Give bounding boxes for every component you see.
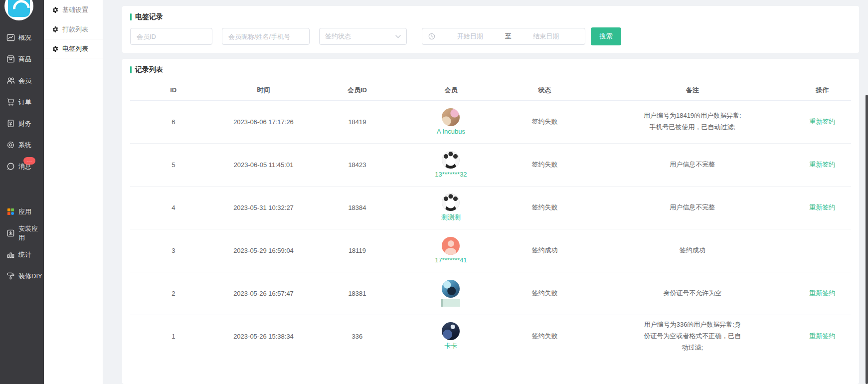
sidebar-item-finance[interactable]: 财务 <box>0 113 44 134</box>
cell-time: 2023-05-26 15:38:34 <box>217 315 311 358</box>
re-sign-link[interactable]: 重新签约 <box>809 161 835 168</box>
col-header-action: 操作 <box>793 80 851 100</box>
cell-status: 签约失败 <box>498 186 591 229</box>
table-row: 42023-05-31 10:32:2718384测测测签约失败用户信息不完整重… <box>130 186 851 229</box>
main-nav: 概况 商品 会员 订单 财务 <box>0 27 44 177</box>
sign-status-select[interactable]: 签约状态 <box>319 28 407 45</box>
sidebar-item-label: 概况 <box>18 33 31 42</box>
cell-id: 4 <box>130 186 217 229</box>
submenu-item-basic-settings[interactable]: 基础设置 <box>44 0 103 19</box>
table-row: 12023-05-26 15:38:34336卡卡签约失败用户编号为336的用户… <box>130 315 851 358</box>
sidebar-item-stats[interactable]: 统计 <box>0 244 44 265</box>
member-name-link[interactable]: 13*******32 <box>435 171 467 178</box>
re-sign-link[interactable]: 重新签约 <box>809 289 835 297</box>
gear-icon <box>52 26 58 32</box>
overview-icon <box>6 33 15 42</box>
col-header-id: ID <box>130 80 217 100</box>
search-card-title-text: 电签记录 <box>135 12 163 21</box>
records-table-body: 62023-06-06 17:17:2618419A Incubus签约失败用户… <box>130 100 851 358</box>
cell-member: 13*******32 <box>404 143 498 186</box>
date-range-separator: 至 <box>505 32 512 41</box>
col-header-member: 会员 <box>404 80 498 100</box>
cell-status: 签约失败 <box>498 315 591 358</box>
cell-member-id: 18119 <box>310 229 404 272</box>
chevron-down-icon <box>395 35 401 38</box>
sidebar-item-overview[interactable]: 概况 <box>0 27 44 48</box>
cell-time: 2023-06-06 17:17:26 <box>217 100 311 143</box>
cell-member-id: 18419 <box>310 100 404 143</box>
cell-member: 测测测 <box>404 186 498 229</box>
sidebar-item-apps[interactable]: 应用 <box>0 201 44 222</box>
member-name-link[interactable]: A Incubus <box>437 128 465 135</box>
sidebar-item-goods[interactable]: 商品 <box>0 48 44 70</box>
col-header-time: 时间 <box>217 80 311 100</box>
cell-member: 17*******41 <box>404 229 498 272</box>
cell-member: A Incubus <box>404 100 498 143</box>
cell-time: 2023-05-31 10:32:27 <box>217 186 311 229</box>
gear-icon <box>52 7 58 13</box>
cell-member-id: 18381 <box>310 272 404 315</box>
member-id-input[interactable] <box>130 28 212 45</box>
cell-remark: 用户信息不完整 <box>591 143 793 186</box>
app-logo-icon <box>8 0 30 17</box>
sidebar-item-system[interactable]: 系统 <box>0 134 44 156</box>
sidebar-item-messages[interactable]: 消息 ... <box>0 156 44 177</box>
re-sign-link[interactable]: 重新签约 <box>809 118 835 125</box>
col-header-remark: 备注 <box>591 80 793 100</box>
member-name-link[interactable]: 测测测 <box>441 213 461 222</box>
cell-action: 重新签约 <box>793 272 851 315</box>
finance-icon <box>6 119 15 128</box>
member-name-link[interactable]: 卡卡 <box>444 342 457 351</box>
cell-remark: 身份证号不允许为空 <box>591 272 793 315</box>
sidebar-item-decorate-diy[interactable]: 装修DIY <box>0 265 44 287</box>
sidebar-item-install-apps[interactable]: 安装应用 <box>0 222 44 244</box>
cell-remark: 用户编号为18419的用户数据异常: 手机号已被使用，已自动过滤; <box>591 100 793 143</box>
submenu-item-label: 打款列表 <box>62 25 88 34</box>
cell-id: 6 <box>130 100 217 143</box>
vertical-scrollbar[interactable] <box>866 0 868 384</box>
col-header-status: 状态 <box>498 80 591 100</box>
search-card-title: 电签记录 <box>130 12 851 21</box>
table-row: 32023-05-29 16:59:041811917*******41签约成功… <box>130 229 851 272</box>
date-range-picker[interactable]: 开始日期 至 结束日期 <box>422 28 585 45</box>
sidebar-item-orders[interactable]: 订单 <box>0 91 44 113</box>
cell-member <box>404 272 498 315</box>
sidebar-item-members[interactable]: 会员 <box>0 70 44 91</box>
sidebar-item-label: 统计 <box>18 250 31 259</box>
sidebar-item-label: 会员 <box>18 76 31 85</box>
re-sign-link[interactable]: 重新签约 <box>809 203 835 211</box>
cell-time: 2023-05-29 16:59:04 <box>217 229 311 272</box>
decorate-diy-icon <box>6 272 15 280</box>
clock-icon <box>428 33 435 40</box>
cell-action: 重新签约 <box>793 143 851 186</box>
submenu-item-payment-list[interactable]: 打款列表 <box>44 19 103 39</box>
member-name-link[interactable]: 17*******41 <box>435 256 467 264</box>
title-accent-bar <box>130 66 132 73</box>
gear-icon <box>52 46 58 52</box>
cell-action <box>793 229 851 272</box>
cell-status: 签约失败 <box>498 143 591 186</box>
cell-member-id: 18384 <box>310 186 404 229</box>
sidebar-item-label: 装修DIY <box>18 272 42 281</box>
cell-remark: 用户信息不完整 <box>591 186 793 229</box>
submenu-item-esign-list[interactable]: 电签列表 <box>44 39 103 58</box>
cell-id: 5 <box>130 143 217 186</box>
cell-id: 1 <box>130 315 217 358</box>
cell-id: 2 <box>130 272 217 315</box>
sidebar-item-label: 商品 <box>18 55 31 64</box>
table-row: 22023-05-26 16:57:4718381签约失败身份证号不允许为空重新… <box>130 272 851 315</box>
cell-status: 签约失败 <box>498 100 591 143</box>
sidebar-item-label: 财务 <box>18 119 31 128</box>
apps-icon <box>6 207 15 216</box>
search-button[interactable]: 搜索 <box>591 27 621 45</box>
sub-sidebar: 基础设置 打款列表 电签列表 <box>44 0 103 384</box>
re-sign-link[interactable]: 重新签约 <box>809 332 835 340</box>
app-logo[interactable] <box>4 0 33 20</box>
end-date-placeholder: 结束日期 <box>514 32 579 41</box>
table-row: 52023-06-05 11:45:011842313*******32签约失败… <box>130 143 851 186</box>
table-row: 62023-06-06 17:17:2618419A Incubus签约失败用户… <box>130 100 851 143</box>
scrollbar-thumb[interactable] <box>866 95 868 384</box>
member-name-redacted[interactable] <box>441 299 460 307</box>
member-name-input[interactable] <box>222 28 310 45</box>
col-header-member-id: 会员ID <box>310 80 404 100</box>
